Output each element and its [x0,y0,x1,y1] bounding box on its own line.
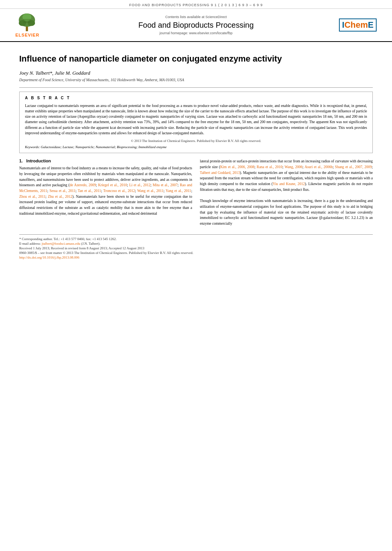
svg-point-5 [22,13,31,21]
ref-shang: Shang et al., 2007, 2009 [335,165,372,169]
ref-deazeredo: de Azeredo, 2009 [70,183,96,187]
ref-yiu: Yiu and Keane, 2012 [273,182,305,186]
section1-title: Introduction [26,159,51,163]
elsevier-tree-icon [15,13,38,32]
ichem-label: IChemE [339,18,377,32]
column-left: 1. Introduction Nanomaterials are of int… [19,159,192,227]
page: FOOD AND BIOPRODUCTS PROCESSING 9 1 ( 2 … [0,0,392,551]
doi-line: http://dx.doi.org/10.1016/j.fbp.2013.08.… [19,255,373,259]
ref-tan: Tan et al., 2011 [78,189,101,193]
abstract-text: Lactase conjugated to nanomaterials repr… [25,103,367,136]
ref-wang2006: Wang, 2006 [284,165,302,169]
keywords-label: Keywords: [25,145,40,149]
email-line: E-mail address: jtalbert@foodsci.umass.e… [19,242,373,245]
article-title: Influence of nanoparticle diameter on co… [19,53,373,65]
divider-top [19,87,373,88]
corresponding-note: * Corresponding author. Tel.: +1 413 577… [19,237,373,241]
ref-zhu: Zhu et al., 2012 [48,195,72,199]
journal-center: Contents lists available at ScienceDirec… [50,15,342,35]
abstract-copyright: © 2013 The Institution of Chemical Engin… [25,139,367,143]
footer-section: * Corresponding author. Tel.: +1 413 577… [19,234,373,259]
ref-rana: Rana et al., 2010 [257,165,282,169]
ref-yang: Yang et al., 2011 [166,189,191,193]
affiliation: Department of Food Science, University o… [19,78,373,82]
ref-talbert: Talbert and Goddard, 2013 [200,171,240,175]
elsevier-label: ELSEVIER [15,33,39,37]
email-name: (J.N. Talbert). [81,242,100,245]
ref-troncoso: Troncoso et al., 2012 [103,189,135,193]
journal-title: Food and Bioproducts Processing [50,20,342,30]
journal-volume-info: FOOD AND BIOPRODUCTS PROCESSING 9 1 ( 2 … [129,3,263,7]
journal-header: ELSEVIER Contents lists available at Sci… [0,9,392,42]
elsevier-logo: ELSEVIER [15,13,50,37]
journal-topbar: FOOD AND BIOPRODUCTS PROCESSING 9 1 ( 2 … [0,0,392,9]
abstract-heading: A B S T R A C T [25,96,367,100]
doi-link[interactable]: http://dx.doi.org/10.1016/j.fbp.2013.08.… [19,255,80,259]
issn-line: 0960-3085/$ – see front matter © 2013 Th… [19,251,373,255]
received-line: Received 1 July 2013; Received in revise… [19,246,373,250]
email-link[interactable]: jtalbert@foodsci.umass.edu [42,242,80,245]
ref-asuri: Asuri et al., 2006b [304,165,332,169]
abstract-section: A B S T R A C T Lactase conjugated to na… [19,92,373,154]
authors: Joey N. Talbert*, Julie M. Goddard [19,70,373,76]
ref-wang2011: Wang et al., 2011 [137,189,164,193]
ref-mita: Mita et al., 2007 [153,183,178,187]
ref-kriegel: Kriegel et al., 2010 [98,183,127,187]
abstract-keywords: Keywords: Galactosidase; Lactase; Nanopa… [25,145,367,149]
sciencedirect-link: Contents lists available at ScienceDirec… [50,15,342,19]
email-label: E-mail address: [19,242,41,245]
ref-kim: Kim et al., 2006, 2008 [220,165,254,169]
ref-sessa: Sessa et al., 2011 [50,189,76,193]
svg-rect-1 [26,26,28,31]
ref-li: Li et al., 2012 [129,183,150,187]
article-content: Influence of nanoparticle diameter on co… [0,42,392,268]
section1-heading: 1. Introduction [19,159,192,163]
two-column-layout: 1. Introduction Nanomaterials are of int… [19,159,373,227]
ref-zhou: Zhou et al., 2011 [19,195,45,199]
journal-homepage: journal homepage: www.elsevier.com/locat… [50,31,342,35]
column-right: lateral protein-protein or surface-prote… [200,159,373,227]
keywords-values: Galactosidase; Lactase; Nanoparticle; Na… [41,145,167,149]
section1-col2-text: lateral protein-protein or surface-prote… [200,159,373,227]
section1-col1-text: Nanomaterials are of interest to the foo… [19,165,192,216]
section1-number: 1. [19,159,23,163]
ichem-logo: IChemE [342,18,377,32]
